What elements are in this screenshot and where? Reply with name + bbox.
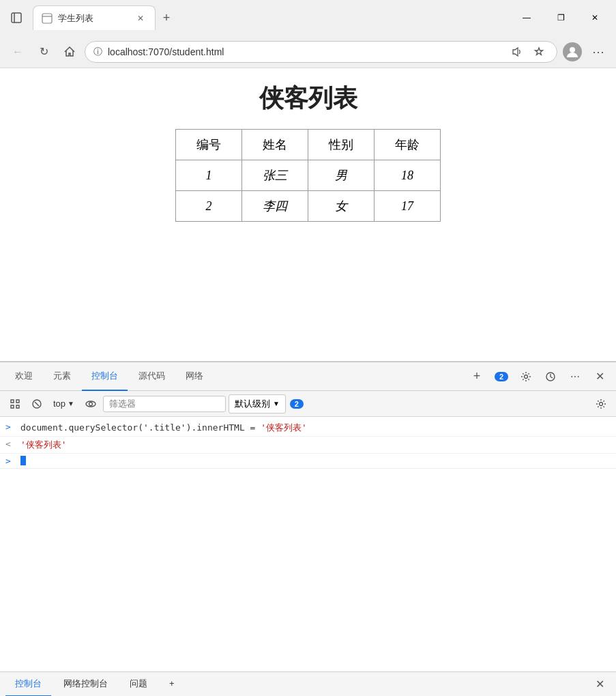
student-table: 编号 姓名 性别 年龄 1张三男182李四女17 xyxy=(175,129,441,222)
devtools-tab-actions: + 2 ⋯ ✕ xyxy=(466,366,611,388)
address-bar: ← ↻ ⓘ localhost:7070/student.html ⋯ xyxy=(0,35,616,68)
svg-point-10 xyxy=(89,402,92,405)
page-inner: 侠客列表 编号 姓名 性别 年龄 1张三男182李四女17 xyxy=(0,68,616,361)
table-row: 2李四女17 xyxy=(176,191,441,222)
profile-btn[interactable] xyxy=(561,41,583,63)
more-options-btn[interactable]: ⋯ xyxy=(587,41,609,63)
devtools-tab-bar: 欢迎 元素 控制台 源代码 网络 + 2 ⋯ ✕ xyxy=(0,362,616,391)
console-settings-btn[interactable] xyxy=(591,394,611,414)
tab-bar: 学生列表 ✕ + xyxy=(33,5,505,30)
cell-1-2: 女 xyxy=(308,191,375,222)
profile-icon xyxy=(563,42,582,61)
info-icon: ⓘ xyxy=(93,46,102,58)
eye-btn[interactable] xyxy=(81,394,100,414)
back-btn[interactable]: ← xyxy=(7,41,29,63)
title-bar: 学生列表 ✕ + — ❐ ✕ xyxy=(0,0,616,35)
cursor-prompt: > xyxy=(5,456,15,466)
browser-window: 学生列表 ✕ + — ❐ ✕ ← ↻ ⓘ localhost:7070/stud… xyxy=(0,0,616,696)
browser-tab-active[interactable]: 学生列表 ✕ xyxy=(33,5,156,30)
level-label: 默认级别 xyxy=(235,398,270,410)
cell-1-1: 李四 xyxy=(242,191,308,222)
header-name: 姓名 xyxy=(242,130,308,160)
bottom-tab-add[interactable]: + xyxy=(160,672,184,697)
bottom-tab-console[interactable]: 控制台 xyxy=(5,672,51,697)
svg-point-4 xyxy=(570,47,575,53)
devtools-tab-console[interactable]: 控制台 xyxy=(82,362,128,391)
more-devtools-btn[interactable]: ⋯ xyxy=(564,366,586,388)
header-id: 编号 xyxy=(176,130,242,160)
close-btn[interactable]: ✕ xyxy=(579,7,611,29)
cell-0-0: 1 xyxy=(176,160,242,191)
result-prompt: < xyxy=(5,439,15,449)
table-header-row: 编号 姓名 性别 年龄 xyxy=(176,130,441,160)
clear-console-btn[interactable] xyxy=(5,394,25,414)
header-age: 年龄 xyxy=(375,130,441,160)
chevron-down-icon-level: ▼ xyxy=(273,400,280,407)
cell-0-3: 18 xyxy=(375,160,441,191)
issues-badge: 2 xyxy=(495,372,508,381)
svg-line-8 xyxy=(35,402,39,406)
page-title: 侠客列表 xyxy=(27,82,589,115)
close-devtools-btn[interactable]: ✕ xyxy=(589,366,611,388)
url-actions xyxy=(508,42,548,61)
cell-1-0: 2 xyxy=(176,191,242,222)
context-selector[interactable]: top ▼ xyxy=(49,396,78,411)
tab-close-btn[interactable]: ✕ xyxy=(134,12,147,25)
command-prompt: > xyxy=(5,422,15,432)
cancel-btn[interactable] xyxy=(27,394,46,414)
tab-favicon xyxy=(42,13,53,24)
result-string: '侠客列表' xyxy=(20,439,67,450)
cell-1-3: 17 xyxy=(375,191,441,222)
console-output: > document.querySelector('.title').inner… xyxy=(0,417,616,671)
chevron-down-icon: ▼ xyxy=(68,400,74,407)
level-selector[interactable]: 默认级别 ▼ xyxy=(229,394,286,414)
bottom-tab-issues[interactable]: 问题 xyxy=(120,672,157,697)
table-row: 1张三男18 xyxy=(176,160,441,191)
reload-btn[interactable]: ↻ xyxy=(33,41,55,63)
devtools-tab-welcome[interactable]: 欢迎 xyxy=(5,362,42,391)
svg-rect-2 xyxy=(42,14,52,23)
filter-input[interactable] xyxy=(103,396,226,412)
level-badge: 2 xyxy=(290,399,304,409)
home-btn[interactable] xyxy=(59,41,80,63)
svg-rect-0 xyxy=(12,13,21,23)
console-cursor-line[interactable]: > xyxy=(0,454,616,469)
performance-btn[interactable] xyxy=(540,366,561,388)
bottom-bar: 控制台 网络控制台 问题 + ✕ xyxy=(0,671,616,696)
devtools-panel: 欢迎 元素 控制台 源代码 网络 + 2 ⋯ ✕ xyxy=(0,362,616,696)
restore-btn[interactable]: ❐ xyxy=(545,7,576,29)
settings-btn[interactable] xyxy=(515,366,537,388)
svg-point-5 xyxy=(525,375,528,378)
devtools-tab-elements[interactable]: 元素 xyxy=(44,362,80,391)
issues-badge-btn[interactable]: 2 xyxy=(490,366,512,388)
bottom-tab-network[interactable]: 网络控制台 xyxy=(54,672,117,697)
cell-0-1: 张三 xyxy=(242,160,308,191)
window-controls: — ❐ ✕ xyxy=(511,7,611,29)
tab-title: 学生列表 xyxy=(58,12,129,25)
devtools-tab-source[interactable]: 源代码 xyxy=(129,362,175,391)
console-result-text: '侠客列表' xyxy=(20,439,67,451)
context-label: top xyxy=(53,398,65,409)
bottom-actions: ✕ xyxy=(589,673,611,695)
new-tab-btn[interactable]: + xyxy=(156,7,177,29)
read-aloud-btn[interactable] xyxy=(508,42,527,61)
header-gender: 性别 xyxy=(308,130,375,160)
devtools-toolbar: top ▼ 默认级别 ▼ 2 xyxy=(0,391,616,417)
string-value: '侠客列表' xyxy=(261,422,307,433)
devtools-tab-network[interactable]: 网络 xyxy=(176,362,213,391)
favorites-btn[interactable] xyxy=(529,42,548,61)
cursor xyxy=(20,456,26,465)
url-bar[interactable]: ⓘ localhost:7070/student.html xyxy=(85,41,557,63)
svg-point-11 xyxy=(600,402,603,405)
minimize-btn[interactable]: — xyxy=(511,7,542,29)
sidebar-toggle-btn[interactable] xyxy=(5,7,27,29)
url-text: localhost:7070/student.html xyxy=(108,46,502,57)
page-content: 侠客列表 编号 姓名 性别 年龄 1张三男182李四女17 xyxy=(0,68,616,362)
close-bottom-btn[interactable]: ✕ xyxy=(589,673,611,695)
cell-0-2: 男 xyxy=(308,160,375,191)
console-command-text: document.querySelector('.title').innerHT… xyxy=(20,422,307,434)
add-tab-btn[interactable]: + xyxy=(466,366,488,388)
console-line-result: < '侠客列表' xyxy=(0,437,616,454)
console-line-command: > document.querySelector('.title').inner… xyxy=(0,420,616,437)
